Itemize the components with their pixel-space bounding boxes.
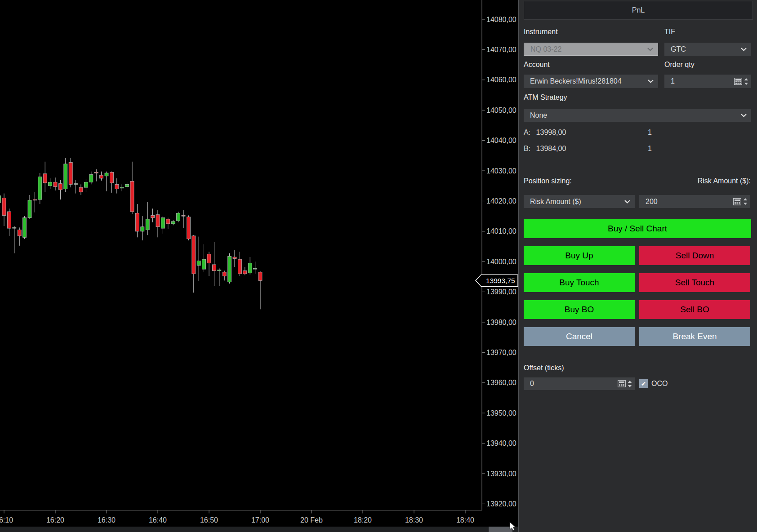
candlestick-chart-canvas[interactable]: 14080,0014070,0014060,0014050,0014040,00… (0, 0, 518, 532)
level-b-qty: 1 (648, 145, 652, 153)
atm-strategy-select[interactable]: None (524, 109, 751, 122)
oco-label: OCO (651, 380, 668, 388)
svg-text:14020,00: 14020,00 (486, 197, 517, 205)
svg-text:13970,00: 13970,00 (486, 349, 517, 356)
spinner-up-down-icon[interactable] (744, 78, 748, 85)
svg-text:16:20: 16:20 (46, 516, 64, 524)
position-sizing-label: Position sizing: (524, 177, 572, 185)
buy-up-button[interactable]: Buy Up (524, 246, 635, 265)
svg-text:18:40: 18:40 (456, 516, 474, 524)
svg-text:14060,00: 14060,00 (486, 76, 517, 84)
chart-region[interactable]: 14080,0014070,0014060,0014050,0014040,00… (0, 0, 518, 532)
account-label: Account (524, 61, 550, 69)
pnl-header[interactable]: PnL (524, 1, 753, 20)
chevron-down-icon (741, 48, 747, 51)
level-a-qty: 1 (648, 129, 652, 137)
svg-text:13940,00: 13940,00 (486, 439, 517, 447)
buy-bo-label: Buy BO (565, 305, 594, 315)
svg-text:14080,00: 14080,00 (486, 16, 517, 23)
level-b-price: 13984,00 (536, 145, 566, 152)
svg-text:16:30: 16:30 (98, 516, 116, 524)
offset-ticks-input[interactable]: 0 (524, 377, 635, 390)
chevron-down-icon (624, 200, 630, 204)
sell-touch-label: Sell Touch (675, 278, 714, 288)
svg-text:17:00: 17:00 (251, 516, 269, 524)
level-b-row: B: 13984,00 (524, 145, 566, 153)
buy-touch-button[interactable]: Buy Touch (524, 273, 635, 292)
svg-text:13960,00: 13960,00 (486, 379, 517, 386)
sell-down-button[interactable]: Sell Down (639, 246, 750, 265)
break-even-label: Break Even (672, 332, 717, 341)
order-qty-input[interactable]: 1 (664, 75, 751, 88)
chart-horizontal-scrollbar[interactable] (0, 527, 518, 532)
chevron-down-icon (647, 48, 653, 51)
order-qty-value: 1 (671, 77, 734, 85)
pnl-header-label: PnL (632, 6, 645, 14)
cancel-label: Cancel (566, 332, 592, 341)
buy-bo-button[interactable]: Buy BO (524, 300, 635, 319)
atm-strategy-label: ATM Strategy (524, 93, 567, 102)
svg-text:14050,00: 14050,00 (486, 106, 517, 114)
svg-text:13930,00: 13930,00 (486, 470, 517, 478)
cancel-button[interactable]: Cancel (524, 327, 635, 346)
level-a-row: A: 13998,00 (524, 129, 566, 137)
svg-text:14070,00: 14070,00 (486, 46, 517, 53)
sell-bo-button[interactable]: Sell BO (639, 300, 750, 319)
offset-ticks-label: Offset (ticks) (524, 364, 564, 372)
svg-text:13920,00: 13920,00 (486, 500, 517, 508)
instrument-select[interactable]: NQ 03-22 (524, 43, 658, 56)
risk-amount-input[interactable]: 200 (639, 195, 750, 208)
sell-down-label: Sell Down (676, 251, 714, 261)
level-a-price: 13998,00 (536, 129, 566, 136)
risk-amount-label: Risk Amount ($): (639, 177, 751, 185)
level-b-name: B: (524, 145, 530, 152)
buy-sell-chart-label: Buy / Sell Chart (608, 224, 667, 234)
position-sizing-value: Risk Amount ($) (530, 198, 622, 206)
calculator-icon[interactable] (733, 198, 741, 205)
calculator-icon[interactable] (618, 380, 626, 387)
order-qty-label: Order qty (664, 61, 695, 69)
svg-text:14000,00: 14000,00 (486, 258, 517, 266)
spinner-up-down-icon[interactable] (743, 198, 748, 205)
order-entry-panel: PnL Instrument TIF NQ 03-22 GTC Account … (518, 0, 757, 532)
buy-touch-label: Buy Touch (559, 278, 599, 288)
mouse-cursor-icon (509, 522, 517, 532)
break-even-button[interactable]: Break Even (639, 327, 750, 346)
svg-text:16:10: 16:10 (0, 516, 13, 524)
svg-text:14010,00: 14010,00 (486, 227, 517, 235)
chevron-down-icon (741, 114, 747, 117)
svg-text:14040,00: 14040,00 (486, 137, 517, 144)
account-value: Erwin Beckers!Mirus!281804 (530, 77, 645, 85)
instrument-label: Instrument (524, 28, 558, 36)
tif-value: GTC (671, 45, 738, 53)
atm-strategy-value: None (530, 111, 738, 120)
account-select[interactable]: Erwin Beckers!Mirus!281804 (524, 75, 658, 88)
instrument-value: NQ 03-22 (530, 45, 645, 53)
calculator-icon[interactable] (734, 78, 742, 85)
trading-app-window: { "panel": { "header": "PnL", "instrumen… (0, 0, 757, 532)
svg-text:14030,00: 14030,00 (486, 167, 517, 175)
svg-text:13990,00: 13990,00 (486, 288, 517, 296)
level-a-name: A: (524, 129, 530, 136)
svg-text:18:20: 18:20 (354, 516, 372, 524)
svg-text:20 Feb: 20 Feb (300, 516, 323, 524)
offset-ticks-value: 0 (530, 380, 618, 388)
svg-text:13993,75: 13993,75 (486, 277, 515, 284)
buy-sell-chart-button[interactable]: Buy / Sell Chart (524, 219, 751, 238)
buy-up-label: Buy Up (565, 251, 593, 261)
svg-text:13950,00: 13950,00 (486, 409, 517, 417)
spinner-up-down-icon[interactable] (628, 380, 632, 388)
sell-touch-button[interactable]: Sell Touch (639, 273, 750, 292)
risk-amount-value: 200 (646, 198, 733, 206)
svg-text:16:50: 16:50 (200, 516, 218, 524)
sell-bo-label: Sell BO (680, 305, 709, 315)
chevron-down-icon (648, 80, 654, 83)
svg-text:18:30: 18:30 (405, 516, 423, 524)
oco-checkbox[interactable]: ✔ (639, 379, 648, 388)
svg-text:16:40: 16:40 (149, 516, 167, 524)
tif-select[interactable]: GTC (664, 43, 751, 56)
tif-label: TIF (664, 28, 675, 36)
svg-text:13980,00: 13980,00 (486, 319, 517, 326)
position-sizing-select[interactable]: Risk Amount ($) (524, 195, 635, 208)
